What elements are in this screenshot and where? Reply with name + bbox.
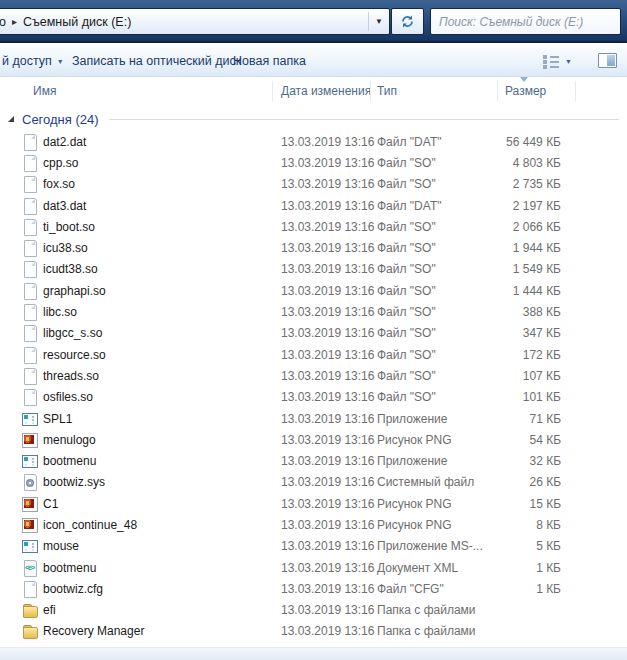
file-type: Приложение: [377, 454, 447, 468]
file-date: 13.03.2019 13:16: [281, 582, 374, 596]
column-header-date[interactable]: Дата изменения: [281, 84, 371, 98]
file-size: 56 449 КБ: [481, 135, 561, 149]
collapse-group-icon[interactable]: [8, 116, 14, 122]
file-date: 13.03.2019 13:16: [281, 561, 374, 575]
search-input[interactable]: [430, 8, 621, 35]
file-type: Папка с файлами: [377, 624, 476, 638]
file-type-icon: [22, 155, 38, 171]
file-row[interactable]: bootwiz.sys 13.03.2019 13:16 Системный ф…: [0, 472, 627, 493]
file-size: 1 944 КБ: [481, 241, 561, 255]
file-name: bootmenu: [43, 561, 96, 575]
file-row[interactable]: Recovery Manager 13.03.2019 13:16 Папка …: [0, 621, 627, 642]
file-type: Рисунок PNG: [377, 497, 452, 511]
file-row[interactable]: graphapi.so 13.03.2019 13:16 Файл "SO" 1…: [0, 280, 627, 301]
file-row[interactable]: C1 13.03.2019 13:16 Рисунок PNG 15 КБ: [0, 493, 627, 514]
file-row[interactable]: SPL1 13.03.2019 13:16 Приложение 71 КБ: [0, 408, 627, 429]
file-name: Recovery Manager: [43, 624, 144, 638]
file-row[interactable]: threads.so 13.03.2019 13:16 Файл "SO" 10…: [0, 365, 627, 386]
file-row[interactable]: libc.so 13.03.2019 13:16 Файл "SO" 388 К…: [0, 301, 627, 322]
file-name: libc.so: [43, 305, 77, 319]
refresh-button[interactable]: [391, 8, 424, 35]
file-row[interactable]: bootmenu 13.03.2019 13:16 Приложение 32 …: [0, 450, 627, 471]
address-history-dropdown[interactable]: ▼: [369, 9, 389, 34]
burn-to-disc-button[interactable]: Записать на оптический диск: [66, 45, 247, 76]
file-type: Системный файл: [377, 475, 474, 489]
file-row[interactable]: dat3.dat 13.03.2019 13:16 Файл "DAT" 2 1…: [0, 195, 627, 216]
file-row[interactable]: libgcc_s.so 13.03.2019 13:16 Файл "SO" 3…: [0, 323, 627, 344]
file-size: 388 КБ: [481, 305, 561, 319]
file-row[interactable]: ti_boot.so 13.03.2019 13:16 Файл "SO" 2 …: [0, 216, 627, 237]
column-header-size[interactable]: Размер: [505, 84, 546, 98]
breadcrumb-prefix[interactable]: о: [0, 15, 10, 29]
file-type-icon: [22, 411, 38, 427]
column-header-name[interactable]: Имя: [33, 84, 56, 98]
explorer-window: о ▸ Съемный диск (E:) ▼ й доступ ▼: [0, 0, 627, 660]
file-row[interactable]: dat2.dat 13.03.2019 13:16 Файл "DAT" 56 …: [0, 131, 627, 152]
file-date: 13.03.2019 13:16: [281, 539, 374, 553]
file-date: 13.03.2019 13:16: [281, 433, 374, 447]
file-type: Файл "SO": [377, 284, 436, 298]
file-size: 1 444 КБ: [481, 284, 561, 298]
breadcrumb-current[interactable]: Съемный диск (E:): [19, 15, 135, 29]
file-name: fox.so: [43, 177, 75, 191]
file-type: Документ XML: [377, 561, 458, 575]
file-name: menulogo: [43, 433, 96, 447]
preview-pane-button[interactable]: [594, 50, 621, 71]
new-folder-button[interactable]: Новая папка: [227, 45, 312, 76]
file-size: 15 КБ: [481, 497, 561, 511]
file-date: 13.03.2019 13:16: [281, 241, 374, 255]
file-name: libgcc_s.so: [43, 326, 102, 340]
file-type: Папка с файлами: [377, 603, 476, 617]
file-type-icon: [22, 304, 38, 320]
file-type: Файл "SO": [377, 220, 436, 234]
column-divider: [575, 81, 576, 101]
group-header[interactable]: Сегодня (24): [0, 107, 627, 131]
address-bar[interactable]: о ▸ Съемный диск (E:) ▼: [0, 8, 390, 35]
file-row[interactable]: cpp.so 13.03.2019 13:16 Файл "SO" 4 803 …: [0, 152, 627, 173]
file-row[interactable]: resource.so 13.03.2019 13:16 Файл "SO" 1…: [0, 344, 627, 365]
file-type: Файл "SO": [377, 241, 436, 255]
file-row[interactable]: icudt38.so 13.03.2019 13:16 Файл "SO" 1 …: [0, 259, 627, 280]
file-type: Файл "SO": [377, 348, 436, 362]
file-type-icon: [22, 474, 38, 490]
file-type-icon: [22, 623, 38, 639]
file-row[interactable]: bootwiz.cfg 13.03.2019 13:16 Файл "CFG" …: [0, 578, 627, 599]
file-size: 5 КБ: [481, 539, 561, 553]
file-row[interactable]: osfiles.so 13.03.2019 13:16 Файл "SO" 10…: [0, 387, 627, 408]
file-type-icon: [22, 176, 38, 192]
file-size: 347 КБ: [481, 326, 561, 340]
file-row[interactable]: efi 13.03.2019 13:16 Папка с файлами: [0, 600, 627, 621]
file-date: 13.03.2019 13:16: [281, 284, 374, 298]
file-type-icon: [22, 261, 38, 277]
file-date: 13.03.2019 13:16: [281, 326, 374, 340]
file-type-icon: [22, 560, 38, 576]
file-row[interactable]: bootmenu 13.03.2019 13:16 Документ XML 1…: [0, 557, 627, 578]
chevron-down-icon: ▼: [57, 56, 64, 65]
file-date: 13.03.2019 13:16: [281, 156, 374, 170]
file-name: icon_continue_48: [43, 518, 137, 532]
file-date: 13.03.2019 13:16: [281, 199, 374, 213]
file-type: Приложение: [377, 412, 447, 426]
file-size: 172 КБ: [481, 348, 561, 362]
window-chrome: о ▸ Съемный диск (E:) ▼: [0, 0, 627, 43]
change-view-button[interactable]: ▼: [538, 51, 576, 71]
file-type: Файл "SO": [377, 262, 436, 276]
file-type-icon: [22, 347, 38, 363]
file-date: 13.03.2019 13:16: [281, 412, 374, 426]
file-row[interactable]: mouse 13.03.2019 13:16 Приложение MS-...…: [0, 536, 627, 557]
file-name: SPL1: [43, 412, 72, 426]
file-type-icon: [22, 389, 38, 405]
file-name: cpp.so: [43, 156, 78, 170]
file-row[interactable]: fox.so 13.03.2019 13:16 Файл "SO" 2 735 …: [0, 174, 627, 195]
file-row[interactable]: menulogo 13.03.2019 13:16 Рисунок PNG 54…: [0, 429, 627, 450]
file-date: 13.03.2019 13:16: [281, 624, 374, 638]
file-type-icon: [22, 219, 38, 235]
file-row[interactable]: icu38.so 13.03.2019 13:16 Файл "SO" 1 94…: [0, 237, 627, 258]
file-type: Файл "SO": [377, 326, 436, 340]
file-name: icudt38.so: [43, 262, 98, 276]
file-row[interactable]: icon_continue_48 13.03.2019 13:16 Рисуно…: [0, 514, 627, 535]
file-name: dat2.dat: [43, 135, 86, 149]
share-button[interactable]: й доступ ▼: [0, 45, 70, 76]
file-date: 13.03.2019 13:16: [281, 390, 374, 404]
column-header-type[interactable]: Тип: [377, 84, 397, 98]
